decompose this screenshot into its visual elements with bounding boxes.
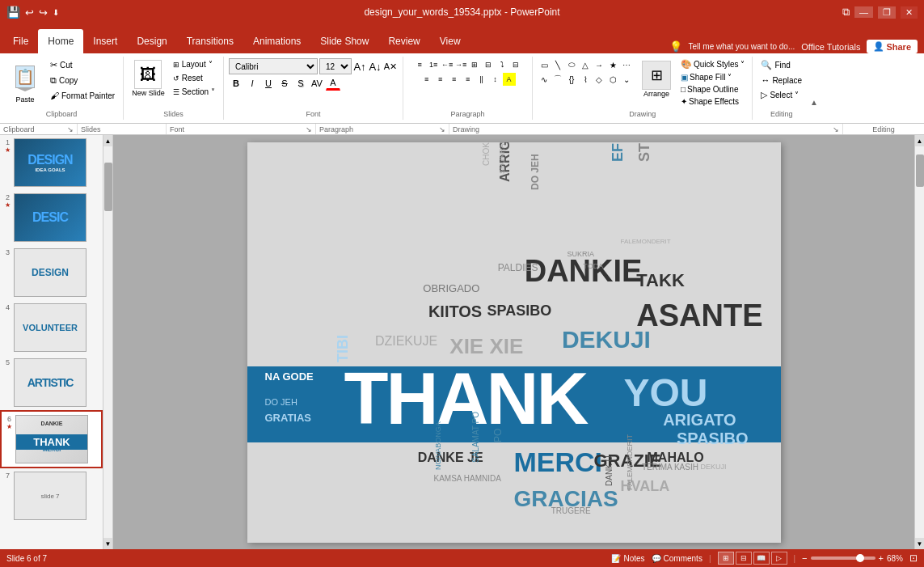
format-painter-button[interactable]: 🖌 Format Painter	[47, 89, 118, 102]
tab-view[interactable]: View	[430, 29, 470, 53]
find-button[interactable]: 🔍 Find	[757, 58, 793, 72]
increase-font-btn[interactable]: A↑	[352, 59, 367, 74]
slide-item-1[interactable]: 1 ★ DESIGN IDEA GOALS	[0, 135, 103, 190]
expand-ribbon-btn[interactable]: ▲	[810, 98, 818, 107]
underline-button[interactable]: U	[261, 76, 276, 91]
strikethrough-button[interactable]: S	[277, 76, 292, 91]
tab-home[interactable]: Home	[38, 29, 83, 53]
drawing-expand-icon[interactable]: ↘	[833, 125, 839, 133]
slide-item-2[interactable]: 2 ★ DESIC	[0, 190, 103, 245]
triangle-shape[interactable]: △	[579, 58, 592, 71]
restore-icon[interactable]: ⧉	[842, 6, 850, 19]
select-button[interactable]: ▷ Select ˅	[757, 88, 802, 102]
undo-icon[interactable]: ↩	[25, 6, 34, 19]
rectangle-shape[interactable]: ▭	[538, 58, 551, 71]
zoom-level[interactable]: 68%	[887, 554, 903, 563]
new-slide-button[interactable]: 🖼 New Slide	[129, 58, 168, 99]
office-tutorials-btn[interactable]: Office Tutorials	[801, 42, 860, 52]
section-button[interactable]: ☰ Section ˅	[170, 86, 218, 98]
paste-button[interactable]: 📋 Paste	[5, 58, 45, 107]
slide-canvas[interactable]: DANKIE ARRIGATO DO JEH CHOKRAIE SHUKRAN …	[247, 142, 781, 543]
convert-smartart-btn[interactable]: ⊞	[468, 58, 481, 71]
redo-icon[interactable]: ↪	[39, 6, 48, 19]
tab-insert[interactable]: Insert	[83, 29, 127, 53]
more-shapes-btn[interactable]: ⋯	[620, 58, 633, 71]
normal-view-btn[interactable]: ⊞	[718, 552, 734, 565]
notes-btn[interactable]: 📝 Notes	[611, 554, 644, 563]
align-right-btn[interactable]: ≡	[448, 73, 461, 86]
quick-styles-button[interactable]: 🎨 Quick Styles ˅	[678, 58, 747, 70]
arc-shape[interactable]: ⌒	[551, 73, 564, 86]
layout-button[interactable]: ⊞ Layout ˅	[170, 58, 218, 70]
scroll-down-btn[interactable]: ▼	[103, 538, 112, 549]
col-layout-btn[interactable]: ⊟	[482, 58, 495, 71]
highlight-btn[interactable]: A	[503, 73, 516, 86]
right-scrollbar[interactable]: ▲ ▼	[914, 135, 924, 549]
curve-shape[interactable]: ∿	[538, 73, 551, 86]
help-icon[interactable]: 💡	[669, 40, 682, 53]
reading-view-btn[interactable]: 📖	[753, 552, 770, 565]
tab-transitions[interactable]: Transitions	[177, 29, 243, 53]
fit-slide-btn[interactable]: ⊡	[909, 552, 918, 564]
shape-effects-button[interactable]: ✦ Shape Effects	[678, 96, 747, 107]
minimize-btn[interactable]: —	[854, 6, 873, 18]
numbered-btn[interactable]: 1≡	[427, 58, 440, 71]
copy-button[interactable]: ⧉ Copy	[47, 74, 118, 87]
slide-sorter-btn[interactable]: ⊟	[736, 552, 752, 565]
right-scroll-down-btn[interactable]: ▼	[915, 538, 924, 549]
tab-design[interactable]: Design	[127, 29, 176, 53]
tab-review[interactable]: Review	[378, 29, 429, 53]
zoom-slider[interactable]	[811, 556, 875, 560]
align-text-btn[interactable]: ⊟	[509, 58, 522, 71]
save-icon[interactable]: 💾	[6, 6, 20, 19]
oval-shape[interactable]: ⬭	[565, 58, 578, 71]
tab-animations[interactable]: Animations	[243, 29, 310, 53]
clear-format-btn[interactable]: A✕	[383, 59, 398, 74]
text-direction-btn[interactable]: ⤵	[496, 58, 508, 71]
decrease-indent-btn[interactable]: ←≡	[441, 58, 454, 71]
bracket-shape[interactable]: {}	[565, 73, 578, 86]
slide-panel-scrollbar[interactable]	[0, 135, 10, 549]
increase-indent-btn[interactable]: →≡	[454, 58, 467, 71]
font-color-btn[interactable]: A	[326, 76, 340, 91]
bold-button[interactable]: B	[229, 76, 243, 91]
share-button[interactable]: 👤 Share	[867, 40, 918, 53]
tell-me-input[interactable]: Tell me what you want to do...	[689, 42, 795, 51]
decrease-font-btn[interactable]: A↓	[368, 59, 382, 74]
arrange-button[interactable]: ⊞ Arrange	[636, 58, 677, 100]
cut-button[interactable]: ✂ Cut	[47, 58, 118, 72]
shadow-btn[interactable]: S	[293, 76, 308, 91]
shape-fill-button[interactable]: ▣ Shape Fill ˅	[678, 72, 747, 83]
zoom-in-btn[interactable]: +	[879, 553, 884, 563]
scroll-up-btn[interactable]: ▲	[103, 135, 112, 146]
justify-btn[interactable]: ≡	[462, 73, 475, 86]
hexagon-shape[interactable]: ⬡	[606, 73, 619, 86]
arrow-shape[interactable]: →	[593, 58, 605, 71]
expand-shapes-btn[interactable]: ⌄	[620, 73, 633, 86]
customize-icon[interactable]: ⬇	[53, 8, 59, 17]
zoom-out-btn[interactable]: −	[802, 553, 807, 563]
slide-item-5[interactable]: 5 ★ ARTISTIC	[0, 355, 103, 410]
reset-button[interactable]: ↺ Reset	[170, 72, 218, 84]
col-btn[interactable]: ||	[475, 73, 488, 86]
font-family-select[interactable]: Calibri	[229, 58, 318, 74]
clipboard-expand-icon[interactable]: ↘	[67, 125, 74, 133]
align-left-btn[interactable]: ≡	[420, 73, 433, 86]
slideshow-btn[interactable]: ▷	[771, 552, 787, 565]
line-shape[interactable]: ╲	[551, 58, 564, 71]
slide-item-3[interactable]: 3 ★ DESIGN	[0, 245, 103, 300]
slide-item-6[interactable]: 6 ★ THANK DANKIE MERCI	[0, 410, 103, 468]
scroll-thumb[interactable]	[104, 163, 112, 211]
right-scroll-up-btn[interactable]: ▲	[915, 135, 924, 146]
line-spacing-btn[interactable]: ↕	[489, 73, 502, 86]
right-scroll-thumb[interactable]	[916, 154, 924, 187]
font-size-select[interactable]: 12	[319, 58, 352, 74]
font-expand-icon[interactable]: ↘	[306, 125, 312, 133]
tab-file[interactable]: File	[3, 29, 38, 53]
close-btn[interactable]: ✕	[901, 6, 918, 19]
slide-item-4[interactable]: 4 ★ VOLUNTEER	[0, 300, 103, 355]
brace-shape[interactable]: ⌇	[579, 73, 592, 86]
maximize-btn[interactable]: ❐	[878, 6, 896, 19]
star-shape[interactable]: ★	[606, 58, 619, 71]
diamond-shape[interactable]: ◇	[593, 73, 605, 86]
